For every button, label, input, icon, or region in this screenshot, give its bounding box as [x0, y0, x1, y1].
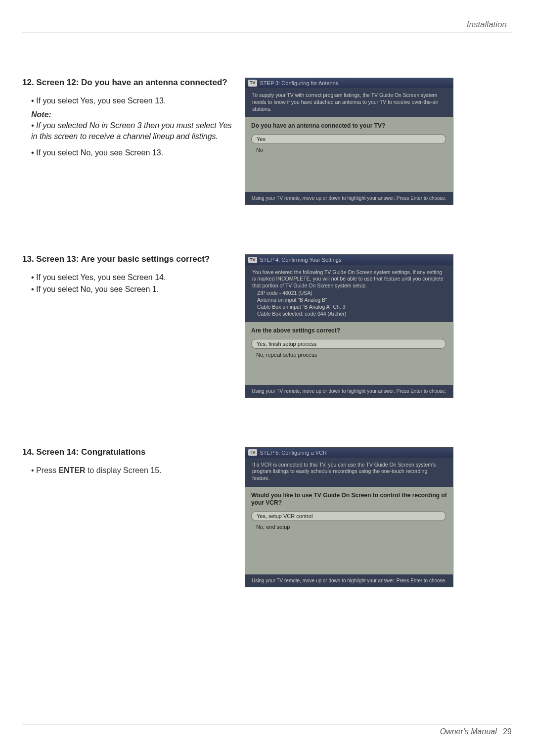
screen13-title: STEP 4: Confirming Your Settings [260, 256, 342, 263]
screen13-set-line4: Cable Box selected: code 044 (Archer) [257, 310, 446, 317]
step13-section: 13. Screen 13: Are your basic settings c… [22, 254, 512, 397]
step12-bullet-yes: If you select Yes, you see Screen 13. [31, 96, 235, 105]
footer-page-number: 29 [503, 727, 512, 736]
step12-heading: 12. Screen 12: Do you have an antenna co… [22, 78, 235, 88]
screen14-title: STEP 5: Configuring a VCR [260, 449, 327, 456]
screen13-bottom: Using your TV remote, move up or down to… [245, 385, 453, 397]
step12-note-label: Note: [31, 110, 235, 119]
tv-guide-logo: TV [248, 257, 257, 264]
step14-section: 14. Screen 14: Congratulations • Press E… [22, 447, 512, 587]
screen13-set-line3: Cable Box on input "B Analog A" Ch. 3 [257, 303, 446, 310]
step13-bullet-yes: If you select Yes, you see Screen 14. [31, 273, 235, 282]
screen13-question: Are the above settings correct? [251, 327, 447, 335]
screen13-topline: You have entered the following TV Guide … [252, 269, 446, 289]
screen14-option-no[interactable]: No, end setup [251, 522, 447, 531]
page-footer: Owner's Manual 29 [22, 720, 512, 736]
tv-guide-logo: TV [248, 80, 257, 87]
screen13-option-no[interactable]: No, repeat setup process [251, 350, 447, 359]
screen13-set-line1: ZIP code - 46021 (USA) [257, 289, 446, 296]
screen14-question: Would you like to use TV Guide On Screen… [251, 492, 447, 507]
screen13-set-line2: Antenna on input "B Analog B" [257, 296, 446, 303]
step14-press-line: • Press ENTER to display Screen 15. [31, 466, 235, 475]
screen14-tvbox: TV STEP 5: Configuring a VCR If a VCR is… [245, 447, 453, 587]
step13-bullet-no: If you select No, you see Screen 1. [31, 285, 235, 294]
step12-note-body: • If you selected No in Screen 3 then yo… [31, 120, 235, 142]
tv-guide-logo: TV [248, 449, 257, 456]
press-suffix: to display Screen 15. [86, 466, 162, 474]
screen12-tvbox: TV STEP 3: Configuring for Antenna To su… [245, 78, 453, 205]
step12-section: 12. Screen 12: Do you have an antenna co… [22, 78, 512, 205]
press-prefix: Press [36, 466, 58, 474]
step12-bullet-no: If you select No, you see Screen 13. [31, 148, 235, 157]
page-header: Installation [22, 20, 512, 30]
header-rule [22, 33, 512, 33]
press-bold: ENTER [58, 466, 85, 474]
screen12-bottom: Using your TV remote, move up or down to… [245, 192, 453, 204]
screen14-bottom: Using your TV remote, move up or down to… [245, 574, 453, 587]
screen13-option-yes[interactable]: Yes, finish setup process [251, 339, 446, 349]
screen12-title: STEP 3: Configuring for Antenna [260, 80, 339, 87]
screen12-question: Do you have an antenna connected to your… [251, 122, 447, 130]
screen14-topline: If a VCR is connected to this TV, you ca… [245, 458, 453, 487]
screen12-topline: To supply your TV with correct program l… [245, 88, 453, 117]
step13-heading: 13. Screen 13: Are your basic settings c… [22, 254, 235, 264]
screen13-tvbox: TV STEP 4: Confirming Your Settings You … [245, 254, 453, 397]
screen14-option-yes[interactable]: Yes, setup VCR control [251, 511, 446, 521]
footer-label: Owner's Manual [440, 727, 497, 736]
step14-heading: 14. Screen 14: Congratulations [22, 447, 235, 457]
screen12-option-no[interactable]: No [251, 145, 447, 154]
screen12-option-yes[interactable]: Yes [251, 134, 446, 144]
